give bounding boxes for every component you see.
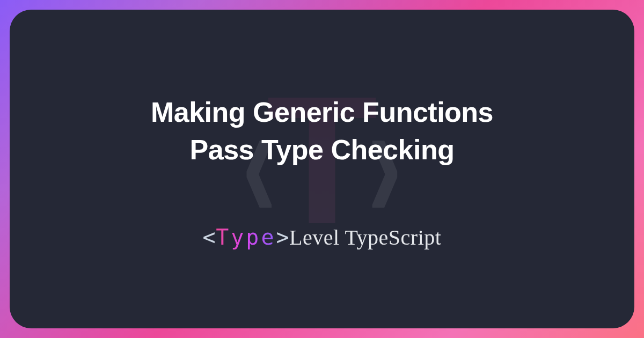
- angle-close-icon: >: [276, 225, 290, 249]
- brand-rest: Level TypeScript: [289, 225, 441, 249]
- brand-wordmark: <Type>Level TypeScript: [203, 225, 442, 250]
- card: ‹ T › Making Generic Functions Pass Type…: [10, 10, 634, 328]
- title-line-2: Pass Type Checking: [190, 134, 455, 165]
- gradient-frame: ‹ T › Making Generic Functions Pass Type…: [0, 0, 644, 338]
- brand-type-word: Type: [216, 225, 276, 249]
- page-title: Making Generic Functions Pass Type Check…: [151, 93, 493, 168]
- angle-open-icon: <: [203, 225, 216, 249]
- title-line-1: Making Generic Functions: [151, 97, 493, 128]
